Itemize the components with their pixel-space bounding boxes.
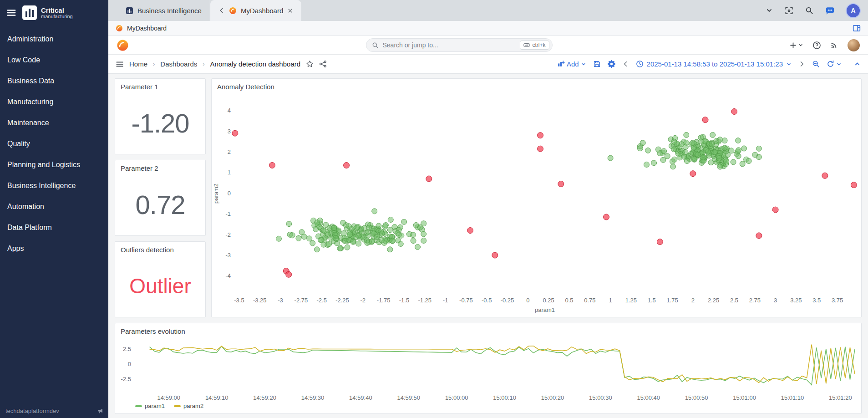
collapse-toolbar-button[interactable] <box>854 61 861 67</box>
y-tick-label: -4 <box>225 272 231 279</box>
search-icon[interactable] <box>805 6 813 15</box>
scatter-point-outlier <box>538 133 543 138</box>
breadcrumb-dashboards[interactable]: Dashboards <box>160 60 197 68</box>
sidebar-item-automation[interactable]: Automation <box>0 196 108 217</box>
scatter-point-normal <box>406 231 412 237</box>
time-shift-back-icon[interactable] <box>622 61 629 67</box>
sidebar-item-maintenance[interactable]: Maintenance <box>0 112 108 133</box>
time-shift-forward-icon[interactable] <box>798 61 805 67</box>
x-tick-label: -3.25 <box>253 297 267 304</box>
sidebar-item-apps[interactable]: Apps <box>0 238 108 259</box>
sidebar-item-business-data[interactable]: Business Data <box>0 71 108 92</box>
sidebar-item-data-platform[interactable]: Data Platform <box>0 217 108 238</box>
scatter-point-normal <box>411 238 416 244</box>
news-rss-icon[interactable] <box>830 41 838 49</box>
refresh-button[interactable] <box>827 60 842 68</box>
sidebar-item-business-intelligence[interactable]: Business Intelligence <box>0 175 108 196</box>
mega-menu-icon[interactable] <box>116 60 124 68</box>
scatter-point-normal <box>736 153 741 159</box>
scatter-point-outlier <box>467 228 473 234</box>
x-tick-label: -0.5 <box>482 297 492 304</box>
scatter-point-normal <box>331 225 337 231</box>
scatter-point-normal <box>421 238 426 243</box>
scatter-point-normal <box>296 235 301 241</box>
chevron-up-icon <box>854 61 861 67</box>
y-tick-label: 2 <box>228 148 231 155</box>
x-tick-label: 1.75 <box>666 297 678 304</box>
search-input[interactable]: Search or jump to... ctrl+k <box>366 38 553 52</box>
scatter-point-outlier <box>851 182 857 188</box>
gear-icon <box>608 60 615 68</box>
announcement-icon[interactable] <box>97 408 104 414</box>
x-tick-label: -2 <box>360 297 366 304</box>
outlier-status-value: Outlier <box>115 255 205 317</box>
panel-title[interactable]: Parameter 2 <box>115 160 205 173</box>
legend-item-param2[interactable]: param2 <box>174 403 203 409</box>
chat-icon[interactable] <box>825 6 835 15</box>
scatter-point-normal <box>301 234 307 240</box>
x-tick-label: -2.75 <box>294 297 308 304</box>
help-icon[interactable] <box>812 41 821 50</box>
breadcrumb-home[interactable]: Home <box>129 60 147 68</box>
grafana-logo-icon[interactable] <box>117 39 129 51</box>
sidebar-item-quality[interactable]: Quality <box>0 133 108 154</box>
user-avatar[interactable] <box>848 39 860 51</box>
scatter-point-normal <box>681 154 687 159</box>
chevron-down-icon <box>836 61 842 67</box>
save-dashboard-button[interactable] <box>593 60 601 68</box>
panel-title[interactable]: Anomaly Detection <box>212 79 861 92</box>
sidebar-item-administration[interactable]: Administration <box>0 29 108 50</box>
anomaly-scatter-chart[interactable]: -3.5-3.25-3-2.75-2.5-2.25-2-1.75-1.5-1.2… <box>212 92 861 315</box>
tab-business-intelligence[interactable]: Business Intelligence <box>117 0 210 21</box>
breadcrumb-separator: › <box>153 61 155 67</box>
account-avatar[interactable]: A <box>847 4 860 17</box>
tab-mydashboard[interactable]: MyDashboard <box>210 0 301 21</box>
environment-label: techdataplatformdev <box>5 408 59 414</box>
scatter-point-normal <box>716 156 722 161</box>
time-range-picker[interactable]: 2025-01-13 14:58:53 to 2025-01-13 15:01:… <box>636 60 792 68</box>
capture-region-icon[interactable] <box>785 6 793 15</box>
scatter-point-outlier <box>657 239 663 245</box>
sidebar-hamburger-icon[interactable] <box>6 8 16 18</box>
panel-title[interactable]: Parameters evolution <box>115 323 861 336</box>
series-line-param2 <box>150 345 855 384</box>
x-tick-label: 1 <box>609 297 612 304</box>
open-in-panel-icon[interactable] <box>853 24 861 32</box>
sidebar-item-low-code[interactable]: Low Code <box>0 50 108 71</box>
panel-title[interactable]: Outliers detection <box>115 242 205 255</box>
share-icon[interactable] <box>319 60 327 68</box>
y-tick-label: 3 <box>228 128 231 135</box>
scatter-point-normal <box>695 152 700 158</box>
panel-parameters-evolution: Parameters evolution 2.50-2.514:59:0014:… <box>115 323 862 414</box>
scatter-point-outlier <box>690 171 696 177</box>
scatter-point-normal <box>415 244 421 250</box>
tab-close-icon[interactable] <box>287 8 293 14</box>
scatter-point-normal <box>333 235 339 241</box>
legend-label: param2 <box>183 403 203 409</box>
new-button[interactable] <box>789 41 803 49</box>
scatter-point-normal <box>708 160 714 165</box>
scatter-point-normal <box>307 236 312 241</box>
parameters-timeseries-chart[interactable]: 2.50-2.514:59:0014:59:1014:59:2014:59:30… <box>115 336 861 403</box>
dashboard-settings-button[interactable] <box>608 60 615 68</box>
keyboard-icon <box>523 42 530 48</box>
scatter-point-normal <box>365 233 371 238</box>
star-icon[interactable] <box>306 60 314 68</box>
panel-anomaly-detection: Anomaly Detection -3.5-3.25-3-2.75-2.5-2… <box>211 78 862 317</box>
zoom-out-button[interactable] <box>812 60 820 68</box>
series-line-param1 <box>150 347 855 385</box>
tab-back-icon[interactable] <box>218 7 225 14</box>
sidebar-item-manufacturing[interactable]: Manufacturing <box>0 92 108 112</box>
scatter-point-normal <box>310 240 315 246</box>
scatter-point-normal <box>388 217 393 222</box>
logo-subtitle: manufacturing <box>41 14 73 19</box>
scatter-point-normal <box>661 148 667 154</box>
legend-item-param1[interactable]: param1 <box>135 403 165 409</box>
chevron-down-icon[interactable] <box>766 7 773 14</box>
scatter-point-normal <box>645 148 650 153</box>
scatter-point-normal <box>317 224 322 229</box>
add-button[interactable]: Add <box>557 60 586 68</box>
panel-title[interactable]: Parameter 1 <box>115 79 205 92</box>
sidebar-item-planning-and-logistics[interactable]: Planning and Logistics <box>0 154 108 175</box>
sidebar-footer: techdataplatformdev <box>5 408 104 414</box>
